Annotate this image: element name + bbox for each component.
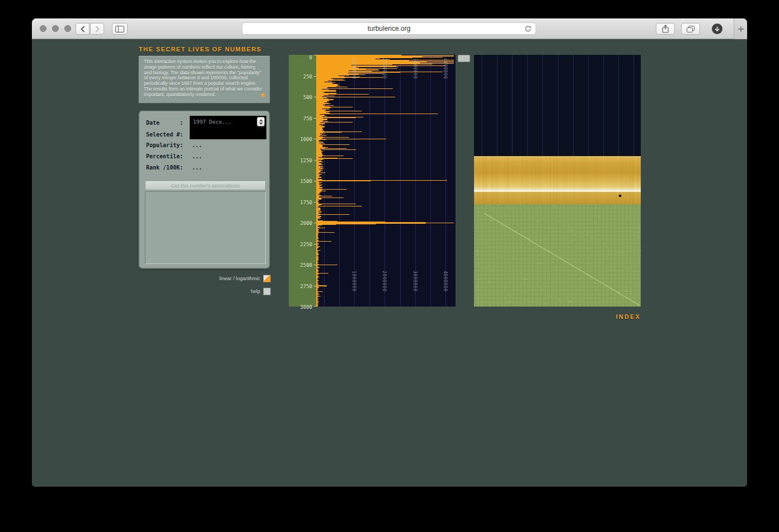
- x-tick-label: 3000000: [412, 58, 417, 79]
- share-icon: [662, 25, 669, 33]
- y-tick-label: 1500: [300, 178, 312, 184]
- histogram-plot: 1000000100000020000002000000300000030000…: [316, 55, 456, 307]
- sidebar-toggle-button[interactable]: [112, 23, 128, 35]
- associations-results-well: [145, 191, 266, 264]
- forward-button[interactable]: [90, 23, 104, 35]
- page-content: THE SECRET LIVES OF NUMBERS This interac…: [32, 39, 747, 487]
- y-tick-label: 2250: [300, 242, 312, 247]
- date-select-value: 1997 Dece...: [190, 119, 257, 125]
- x-tick-label: 1000000: [351, 58, 356, 79]
- intro-text: This interactive system invites you to e…: [144, 59, 265, 98]
- y-tick-label: 1250: [300, 158, 312, 163]
- selected-number-input[interactable]: [190, 128, 266, 139]
- close-window-button[interactable]: [40, 25, 46, 32]
- back-button[interactable]: [76, 23, 90, 35]
- y-tick-label: 2000: [300, 220, 312, 226]
- zoom-window-button[interactable]: [64, 25, 71, 32]
- y-tick-label: 3000: [300, 304, 312, 310]
- plus-icon: [738, 26, 744, 32]
- rank-value: ...: [192, 164, 202, 171]
- selected-number-label: Selected #:: [146, 131, 183, 138]
- page-title: THE SECRET LIVES OF NUMBERS: [139, 46, 261, 53]
- control-panel: Date : 1997 Dece... Selected #: Populari…: [138, 110, 270, 269]
- popularity-value: ...: [192, 142, 202, 148]
- address-bar[interactable]: turbulence.org: [242, 22, 536, 35]
- percentile-value: ...: [192, 153, 202, 159]
- x-tick-label: 2000000: [382, 271, 387, 291]
- y-tick-label: 1000: [300, 136, 312, 142]
- x-tick-label: 4000000: [443, 58, 448, 79]
- sidebar-icon: [115, 26, 124, 32]
- reload-button[interactable]: [524, 25, 532, 34]
- histogram-panel: 0250500750100012501500175020002250250027…: [289, 55, 456, 307]
- rank-label: Rank /100K:: [146, 164, 183, 171]
- new-tab-button[interactable]: [734, 18, 747, 39]
- histogram-y-axis: 0250500750100012501500175020002250250027…: [289, 55, 316, 307]
- index-map-panel: [474, 55, 641, 307]
- browser-toolbar: turbulence.org: [32, 18, 747, 39]
- browser-window: turbulence.org: [32, 18, 747, 487]
- y-tick-label: 0: [309, 55, 312, 60]
- y-tick-label: 2500: [300, 262, 312, 268]
- chevron-left-icon: [81, 26, 85, 32]
- reload-icon: [524, 25, 532, 32]
- x-tick-label: 3000000: [412, 271, 417, 291]
- downloads-button[interactable]: [712, 23, 722, 34]
- get-associations-button[interactable]: Get this number's associations: [145, 181, 266, 190]
- index-label: INDEX: [585, 313, 641, 320]
- tabs-icon: [687, 26, 694, 32]
- url-text: turbulence.org: [368, 25, 411, 32]
- y-tick-label: 750: [303, 116, 312, 121]
- linear-logarithmic-label: linear / logarithmic: [182, 276, 260, 281]
- popularity-histogram[interactable]: [316, 55, 456, 307]
- footnote-dot-icon: [261, 93, 265, 97]
- percentile-label: Percentile:: [146, 153, 183, 159]
- y-tick-label: 1750: [300, 200, 312, 205]
- minimize-window-button[interactable]: [52, 25, 59, 32]
- histogram-scrollbar-handle[interactable]: [458, 55, 470, 62]
- x-tick-label: 2000000: [382, 58, 387, 79]
- popularity-label: Popularity:: [146, 142, 183, 148]
- y-tick-label: 2750: [300, 284, 312, 289]
- date-label: Date :: [146, 120, 183, 126]
- stepper-icon[interactable]: [257, 117, 265, 126]
- x-tick-label: 1000000: [351, 271, 356, 291]
- x-tick-label: 4000000: [443, 271, 448, 291]
- index-map[interactable]: [474, 55, 641, 307]
- intro-box: This interactive system invites you to e…: [138, 55, 270, 103]
- traffic-lights: [40, 25, 71, 32]
- help-label: help: [182, 289, 260, 294]
- download-arrow-icon: [715, 26, 720, 32]
- y-tick-label: 500: [303, 95, 312, 100]
- y-tick-label: 250: [303, 74, 312, 79]
- tabs-overview-button[interactable]: [681, 23, 700, 35]
- chevron-right-icon: [95, 26, 100, 32]
- linear-logarithmic-checkbox[interactable]: [263, 275, 271, 283]
- share-button[interactable]: [656, 23, 675, 35]
- date-select[interactable]: 1997 Dece...: [190, 116, 266, 128]
- help-checkbox[interactable]: [263, 288, 271, 295]
